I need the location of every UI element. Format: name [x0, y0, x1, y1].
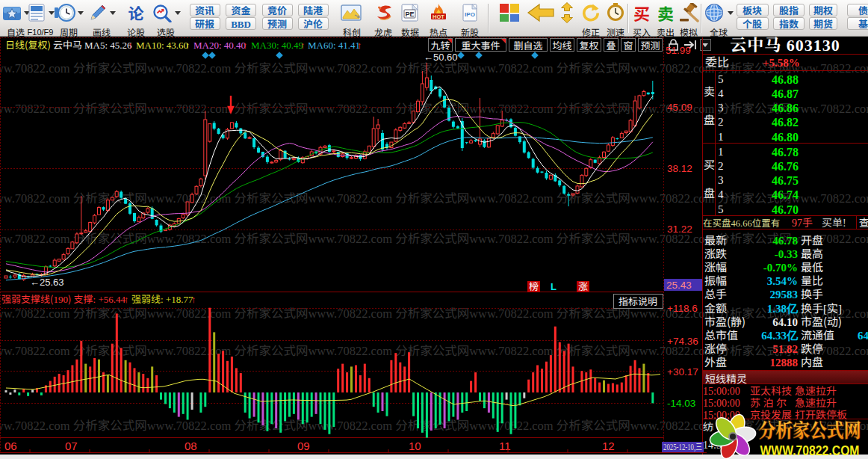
- svg-text:09: 09: [297, 440, 310, 452]
- svg-text:↑: ↑: [191, 294, 196, 305]
- svg-text:25.43: 25.43: [666, 280, 692, 291]
- svg-text:榜: 榜: [529, 279, 539, 293]
- svg-text:PE: PE: [405, 10, 414, 18]
- svg-text:涨: 涨: [578, 279, 588, 293]
- svg-text:强弱线: +18.77: 强弱线: +18.77: [131, 292, 193, 306]
- svg-text:指标说明: 指标说明: [619, 294, 657, 308]
- svg-text:WWW.70822.COM: WWW.70822.COM: [760, 443, 860, 458]
- svg-text:08: 08: [185, 440, 197, 452]
- svg-text:分析家公式网: 分析家公式网: [759, 415, 861, 443]
- svg-text:51.99: 51.99: [666, 45, 691, 56]
- svg-text:HOT: HOT: [433, 13, 444, 20]
- svg-text:+118.6: +118.6: [667, 303, 698, 314]
- svg-text:38.12: 38.12: [667, 163, 692, 174]
- svg-text:↑: ↑: [124, 294, 129, 305]
- svg-text:11: 11: [499, 440, 511, 452]
- svg-text:+74.36: +74.36: [667, 336, 698, 347]
- svg-text:IPO: IPO: [465, 11, 475, 18]
- svg-text:10: 10: [409, 440, 421, 452]
- svg-text:←25.63: ←25.63: [30, 277, 64, 288]
- svg-text:←50.60: ←50.60: [424, 52, 458, 63]
- svg-text:06: 06: [4, 440, 17, 452]
- svg-text:2025-12-10,三: 2025-12-10,三: [663, 440, 702, 452]
- svg-text:强弱支撑线(190) 支撑: +56.44: 强弱支撑线(190) 支撑: +56.44: [1, 292, 125, 306]
- svg-text:L: L: [551, 281, 557, 292]
- svg-text:+30.17: +30.17: [667, 366, 698, 378]
- svg-text:12: 12: [602, 440, 615, 452]
- svg-text:07: 07: [65, 440, 78, 452]
- svg-text:45.09: 45.09: [667, 102, 692, 113]
- svg-text:31.22: 31.22: [667, 224, 692, 235]
- svg-text:-14.03: -14.03: [667, 398, 695, 409]
